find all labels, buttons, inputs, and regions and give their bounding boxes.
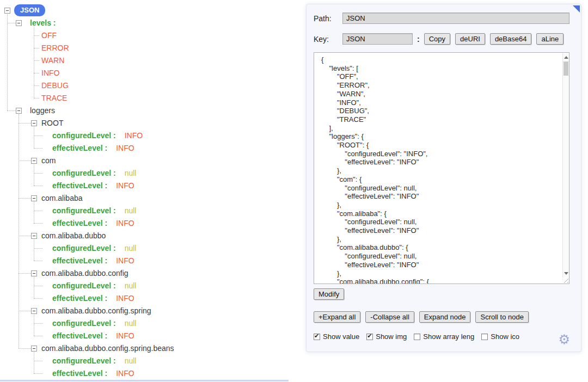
- checkbox-box-icon[interactable]: [366, 334, 373, 340]
- scroll-to-node-button[interactable]: Scroll to node: [475, 311, 529, 323]
- node-key[interactable]: configuredLevel :: [52, 244, 116, 252]
- node-key[interactable]: configuredLevel :: [52, 206, 116, 215]
- node-key[interactable]: ROOT: [41, 119, 63, 127]
- checkbox-box-icon[interactable]: [414, 334, 420, 340]
- node-value[interactable]: DEBUG: [41, 81, 69, 90]
- node-value[interactable]: null: [125, 356, 137, 365]
- show-array-leng-checkbox[interactable]: Show array leng: [414, 332, 474, 341]
- collapse-expander-icon[interactable]: [31, 308, 37, 314]
- modify-button[interactable]: Modify: [314, 288, 344, 300]
- copy-button[interactable]: Copy: [424, 33, 450, 45]
- aline-button[interactable]: aLine: [536, 33, 564, 45]
- tree-node-effectivelevel[interactable]: effectiveLevel :INFO: [52, 142, 134, 155]
- tree-node-com-alibaba-dubbo-config-spring-beans[interactable]: com.alibaba.dubbo.config.spring.beans: [41, 342, 174, 355]
- tree-node-loggers[interactable]: loggers: [30, 104, 55, 117]
- node-value[interactable]: null: [125, 206, 137, 215]
- node-key[interactable]: effectiveLevel :: [52, 369, 107, 378]
- node-key[interactable]: com.alibaba.dubbo.config.spring.beans: [41, 344, 174, 353]
- node-value[interactable]: INFO: [41, 69, 59, 77]
- show-img-checkbox[interactable]: Show img: [366, 332, 407, 341]
- node-value[interactable]: null: [125, 244, 137, 252]
- editor-scrollbar[interactable]: [562, 53, 568, 278]
- node-value[interactable]: INFO: [116, 219, 134, 227]
- collapse-expander-icon[interactable]: [31, 195, 37, 201]
- collapse-expander-icon[interactable]: [16, 20, 22, 26]
- debase64-button[interactable]: deBase64: [490, 33, 532, 45]
- json-editor-content[interactable]: { "levels": [ "OFF", "ERROR", "WARN", "I…: [321, 56, 429, 284]
- json-editor[interactable]: { "levels": [ "OFF", "ERROR", "WARN", "I…: [314, 52, 569, 284]
- node-key[interactable]: com.alibaba: [41, 194, 83, 202]
- node-key[interactable]: loggers: [30, 106, 55, 115]
- node-key[interactable]: effectiveLevel :: [52, 331, 107, 340]
- collapse-expander-icon[interactable]: [31, 346, 37, 352]
- node-value[interactable]: INFO: [116, 144, 134, 152]
- node-value[interactable]: INFO: [125, 131, 143, 140]
- node-key[interactable]: effectiveLevel :: [52, 144, 107, 152]
- node-value[interactable]: ERROR: [41, 44, 69, 52]
- show-value-checkbox[interactable]: Show value: [314, 332, 359, 341]
- panel-corner-toggle-icon[interactable]: [573, 5, 580, 13]
- tree-node-configuredlevel[interactable]: configuredLevel :null: [52, 242, 136, 255]
- node-key[interactable]: configuredLevel :: [52, 319, 116, 328]
- node-key[interactable]: effectiveLevel :: [52, 294, 107, 303]
- collapse-expander-icon[interactable]: [31, 270, 37, 276]
- node-value[interactable]: INFO: [116, 181, 134, 190]
- collapse-all-button[interactable]: -Collapse all: [365, 311, 414, 323]
- node-key[interactable]: effectiveLevel :: [52, 256, 107, 265]
- node-key[interactable]: configuredLevel :: [52, 281, 116, 290]
- settings-gear-icon[interactable]: ⚙: [558, 332, 570, 347]
- node-key[interactable]: configuredLevel :: [52, 169, 116, 177]
- tree-node-error[interactable]: ERROR: [41, 42, 69, 54]
- scroll-up-arrow-icon[interactable]: [564, 56, 568, 59]
- key-input[interactable]: [342, 33, 413, 45]
- tree-node-com-alibaba-dubbo[interactable]: com.alibaba.dubbo: [41, 230, 106, 242]
- tree-node-effectivelevel[interactable]: effectiveLevel :INFO: [52, 292, 134, 305]
- node-value[interactable]: null: [125, 169, 137, 177]
- node-key[interactable]: com.alibaba.dubbo: [41, 231, 106, 240]
- tree-node-effectivelevel[interactable]: effectiveLevel :INFO: [52, 217, 134, 230]
- expand-node-button[interactable]: Expand node: [419, 311, 471, 323]
- expand-all-button[interactable]: +Expand all: [314, 311, 360, 323]
- node-value[interactable]: null: [125, 281, 137, 290]
- node-key[interactable]: effectiveLevel :: [52, 181, 107, 190]
- node-value[interactable]: OFF: [41, 31, 57, 40]
- node-key[interactable]: com: [41, 156, 56, 165]
- tree-horizontal-scrollbar[interactable]: [0, 380, 289, 381]
- checkbox-box-icon[interactable]: [481, 334, 488, 340]
- collapse-expander-icon[interactable]: [31, 158, 37, 164]
- tree-node-trace[interactable]: TRACE: [41, 92, 67, 104]
- node-value[interactable]: INFO: [116, 331, 134, 340]
- tree-node-root[interactable]: ROOT: [41, 117, 63, 130]
- node-key[interactable]: configuredLevel :: [52, 356, 116, 365]
- checkbox-box-icon[interactable]: [314, 334, 320, 340]
- tree-node-effectivelevel[interactable]: effectiveLevel :INFO: [52, 367, 134, 380]
- tree-node-configuredlevel[interactable]: configuredLevel :null: [52, 280, 136, 292]
- tree-node-configuredlevel[interactable]: configuredLevel :null: [52, 317, 136, 330]
- tree-node-configuredlevel[interactable]: configuredLevel :INFO: [52, 130, 143, 142]
- node-key[interactable]: com.alibaba.dubbo.config: [41, 269, 128, 278]
- node-value[interactable]: INFO: [116, 256, 134, 265]
- tree-node-effectivelevel[interactable]: effectiveLevel :INFO: [52, 330, 134, 342]
- collapse-expander-icon[interactable]: [16, 108, 22, 114]
- tree-node-effectivelevel[interactable]: effectiveLevel :INFO: [52, 255, 134, 267]
- node-key[interactable]: configuredLevel :: [52, 131, 116, 140]
- node-key[interactable]: com.alibaba.dubbo.config.spring: [41, 306, 151, 315]
- node-value[interactable]: TRACE: [41, 94, 67, 102]
- tree-node-debug[interactable]: DEBUG: [41, 79, 69, 92]
- path-input[interactable]: [342, 13, 569, 24]
- tree-node-com-alibaba[interactable]: com.alibaba: [41, 192, 83, 205]
- scrollbar-thumb[interactable]: [564, 61, 568, 76]
- node-value[interactable]: WARN: [41, 56, 64, 65]
- tree-node-com-alibaba-dubbo-config-spring[interactable]: com.alibaba.dubbo.config.spring: [41, 305, 151, 317]
- tree-node-info[interactable]: INFO: [41, 67, 59, 79]
- scroll-down-arrow-icon[interactable]: [564, 272, 568, 275]
- tree-node-effectivelevel[interactable]: effectiveLevel :INFO: [52, 180, 134, 192]
- node-key[interactable]: effectiveLevel :: [52, 219, 107, 227]
- root-node-badge[interactable]: JSON: [14, 4, 45, 16]
- tree-node-warn[interactable]: WARN: [41, 54, 64, 67]
- deuri-button[interactable]: deURI: [455, 33, 485, 45]
- tree-node-configuredlevel[interactable]: configuredLevel :null: [52, 167, 136, 180]
- tree-node-configuredlevel[interactable]: configuredLevel :null: [52, 205, 136, 217]
- node-value[interactable]: null: [125, 319, 137, 328]
- show-ico-checkbox[interactable]: Show ico: [481, 332, 519, 341]
